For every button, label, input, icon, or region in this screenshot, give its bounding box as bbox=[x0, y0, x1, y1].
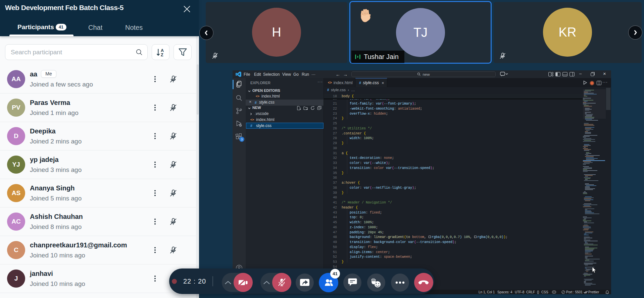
svg-text:Z: Z bbox=[161, 53, 163, 57]
svg-text:A: A bbox=[161, 48, 164, 53]
